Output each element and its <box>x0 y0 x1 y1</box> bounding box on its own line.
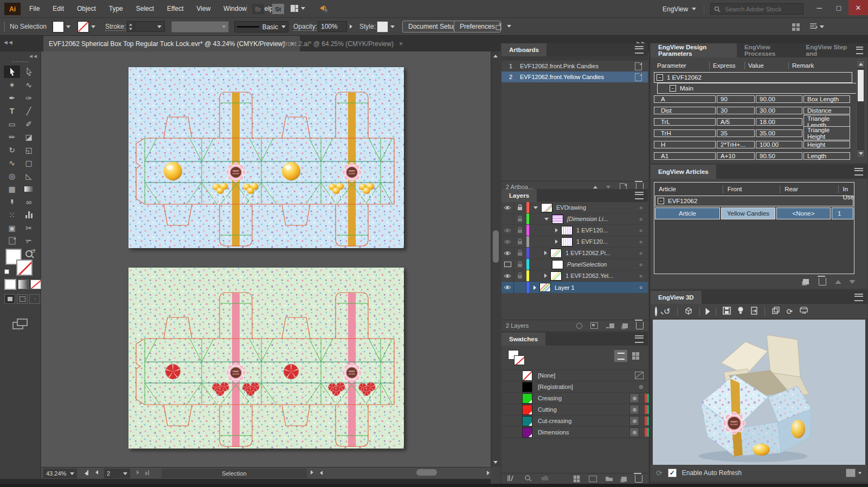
tool-shaper[interactable]: ✏ <box>4 131 20 143</box>
lock-toggle[interactable] <box>514 270 526 281</box>
tool-width[interactable]: ∿ <box>4 157 20 169</box>
prev-artboard-button[interactable] <box>95 470 98 475</box>
artboard-row[interactable]: 1 EVF12062.front.Pink Candies <box>501 61 648 72</box>
panel-menu-icon[interactable] <box>856 47 864 54</box>
zoom-fit-icon[interactable] <box>655 308 657 315</box>
spot-color-icon[interactable] <box>629 393 639 403</box>
panel-menu-icon[interactable] <box>854 294 863 301</box>
menu-select[interactable]: Select <box>130 0 160 18</box>
tool-shape-builder[interactable]: ◎ <box>4 170 20 182</box>
visibility-toggle[interactable] <box>501 225 514 236</box>
canvas[interactable]: SWEET DESSERT SWEET DESSERT SWEET DESSE <box>41 51 491 467</box>
delete-article-icon[interactable] <box>819 278 826 285</box>
visibility-toggle[interactable] <box>501 248 514 258</box>
stroke-none-swatch[interactable] <box>16 259 33 276</box>
layer-thumbnail[interactable] <box>550 249 562 258</box>
spot-color-icon[interactable] <box>629 427 639 437</box>
visibility-toggle[interactable] <box>501 213 514 224</box>
lock-toggle[interactable] <box>514 259 526 270</box>
tool-gradient[interactable] <box>21 183 37 195</box>
swatch-row[interactable]: [None] <box>501 369 648 381</box>
tool-scale[interactable]: ◱ <box>21 144 37 156</box>
swatch-libraries-icon[interactable] <box>507 475 515 483</box>
target-icon[interactable]: ○ <box>639 284 642 290</box>
none-button[interactable] <box>30 280 41 289</box>
swatch-row[interactable]: Creasing <box>501 392 648 404</box>
panel-menu-icon[interactable] <box>854 168 863 176</box>
article-rear-cell[interactable]: <None> <box>776 207 831 219</box>
swatch-options-icon[interactable] <box>589 476 597 482</box>
visibility-toggle[interactable] <box>501 236 514 247</box>
layer-thumbnail[interactable] <box>561 226 573 235</box>
layer-row[interactable]: EVDrawing ○ <box>501 202 648 213</box>
params-vscrollbar[interactable] <box>856 60 865 158</box>
layer-thumbnail[interactable] <box>561 237 573 246</box>
target-icon[interactable]: ○ <box>639 228 642 233</box>
expand-icon[interactable] <box>555 228 558 232</box>
tool-selection[interactable] <box>4 66 20 78</box>
engview-3d-preview[interactable]: SWEET DESSERT <box>653 320 865 465</box>
play-animation-icon[interactable] <box>705 308 710 315</box>
expand-icon[interactable] <box>544 274 547 278</box>
target-icon[interactable]: ○ <box>639 262 642 268</box>
menu-file[interactable]: File <box>23 0 46 18</box>
style-picker[interactable] <box>377 21 395 33</box>
param-row[interactable]: TrL A/5 18.00 Triangle Length <box>654 116 850 127</box>
target-icon[interactable]: ○ <box>639 205 642 211</box>
status-more-button[interactable] <box>311 470 313 475</box>
tool-column-graph[interactable] <box>21 209 37 221</box>
layer-row[interactable]: 1 EVF12062.Yel... ○ <box>501 270 648 282</box>
tab-engview-processes[interactable]: EngView Processes <box>737 43 802 57</box>
list-view-button[interactable] <box>614 350 627 362</box>
canvas-vscrollbar[interactable] <box>491 51 500 467</box>
default-fill-stroke-icon[interactable] <box>4 269 9 274</box>
grid-view-button[interactable] <box>629 350 642 362</box>
app-logo[interactable]: Ai <box>4 3 21 15</box>
tool-eraser[interactable]: ◪ <box>21 131 37 143</box>
delete-swatch-icon[interactable] <box>635 475 642 483</box>
tool-line[interactable]: ╱ <box>21 105 37 117</box>
swatch-row[interactable]: Dimensions <box>501 426 648 438</box>
panel-menu-icon[interactable] <box>635 335 644 343</box>
layer-row[interactable]: [Dimension Li... ○ <box>501 213 648 225</box>
artboard-icon[interactable] <box>635 73 642 81</box>
panel-menu-icon[interactable] <box>635 46 644 54</box>
target-icon[interactable]: ○ <box>639 239 642 245</box>
tool-eyedropper[interactable]: ✒ <box>6 194 18 210</box>
swatch-row[interactable]: [Registration] ⊕ <box>501 381 648 392</box>
stroke-weight-stepper[interactable] <box>127 21 134 32</box>
auto-refresh-checkbox[interactable]: ✓ <box>668 469 677 477</box>
tool-paintbrush[interactable]: ✐ <box>21 118 37 130</box>
param-row[interactable]: H 2*TrH+... 100.00 Height <box>654 139 850 150</box>
layer-thumbnail[interactable] <box>539 283 551 292</box>
swatch-themes-icon[interactable] <box>524 475 532 483</box>
tab-engview-articles[interactable]: EngView Articles <box>651 165 716 179</box>
tab-layers[interactable]: Layers <box>501 189 537 202</box>
tool-free-transform[interactable]: ▢ <box>21 157 37 169</box>
expand-icon[interactable] <box>533 285 536 290</box>
lock-toggle[interactable] <box>514 282 526 293</box>
tab-artboards[interactable]: Artboards <box>501 43 546 56</box>
tool-symbol-sprayer[interactable]: ⁙ <box>4 209 20 221</box>
lock-toggle[interactable] <box>514 248 526 258</box>
layer-row[interactable]: PanelSelection ○ <box>501 259 648 270</box>
tab-engview-design-parameters[interactable]: EngView Design Parameters <box>651 43 737 57</box>
layer-thumbnail[interactable] <box>552 260 563 269</box>
move-down-icon[interactable] <box>606 186 610 189</box>
param-row[interactable]: TrH 35 35.00 Triangle Height <box>654 128 850 139</box>
artboard-row-selected[interactable]: 2 EVF12062.front.Yellow Candies <box>501 72 648 82</box>
spot-color-icon[interactable] <box>629 416 639 426</box>
tool-type[interactable]: T <box>4 105 20 117</box>
tool-rotate[interactable]: ↻ <box>4 144 20 156</box>
close-tab-icon[interactable]: × <box>399 40 403 48</box>
tool-magic-wand[interactable]: ✶ <box>4 79 20 91</box>
workspace-switcher[interactable]: EngView <box>663 0 696 18</box>
stroke-weight-value[interactable] <box>134 21 165 32</box>
target-icon[interactable]: ○ <box>639 216 642 222</box>
panel-grip[interactable] <box>4 22 5 31</box>
zoom-level[interactable]: 43.24% <box>43 469 77 478</box>
layer-thumbnail[interactable] <box>541 203 552 212</box>
target-icon[interactable]: ○ <box>639 250 642 256</box>
menu-type[interactable]: Type <box>102 0 130 18</box>
artboard-number-field[interactable]: 2 <box>104 469 130 478</box>
